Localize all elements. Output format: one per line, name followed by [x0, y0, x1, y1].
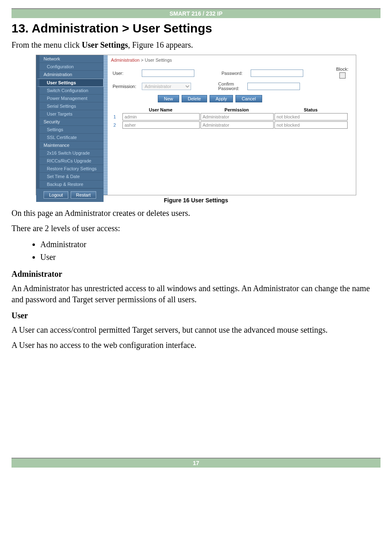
sidebar: NetworkConfigurationAdministrationUser S…: [36, 55, 104, 195]
sidebar-item-settings[interactable]: Settings: [36, 126, 104, 134]
permission-select[interactable]: Administrator: [142, 83, 191, 90]
intro-paragraph: From the menu click User Settings, Figur…: [12, 39, 380, 51]
password-label: Password:: [221, 71, 248, 76]
section-title: 13. Administration > User Settings: [12, 21, 380, 35]
breadcrumb: Administration > User Settings: [104, 55, 356, 67]
confirm-password-input[interactable]: [247, 83, 300, 90]
block-checkbox[interactable]: [339, 72, 346, 79]
apply-button[interactable]: Apply: [210, 95, 233, 102]
sidebar-item-security[interactable]: Security: [36, 118, 104, 126]
restart-button[interactable]: Restart: [71, 191, 96, 199]
sidebar-item-network[interactable]: Network: [36, 55, 104, 63]
cell-username: asher: [122, 121, 200, 129]
delete-button[interactable]: Delete: [182, 95, 207, 102]
para-after-figure: On this page an Administrator creates or…: [12, 208, 380, 219]
cell-permission: Administrator: [201, 121, 274, 129]
user-table: User Name Permission Status 1adminAdmini…: [111, 107, 348, 129]
col-header-username: User Name: [122, 107, 200, 112]
logout-button[interactable]: Logout: [44, 191, 68, 199]
level-item: Administrator: [40, 238, 380, 251]
intro-prefix: From the menu click: [12, 40, 82, 49]
sidebar-item-backup-restore[interactable]: Backup & Restore: [36, 181, 104, 188]
levels-list: Administrator User: [12, 238, 380, 264]
col-header-status: Status: [274, 107, 348, 112]
sidebar-item-set-time-date[interactable]: Set Time & Date: [36, 173, 104, 181]
para-levels: There are 2 levels of user access:: [12, 223, 380, 234]
figure-16: NetworkConfigurationAdministrationUser S…: [36, 55, 356, 204]
row-index: 2: [111, 123, 122, 127]
divider-stripe: [104, 55, 108, 195]
sidebar-item-serial-settings[interactable]: Serial Settings: [36, 102, 104, 110]
admin-heading: Administrator: [12, 269, 380, 279]
sidebar-item-user-settings[interactable]: User Settings: [36, 79, 104, 87]
sidebar-item-2x16-switch-upgrade[interactable]: 2x16 Switch Upgrade: [36, 149, 104, 157]
sidebar-buttons: Logout Restart: [36, 188, 104, 202]
page-number-bar: 17: [12, 458, 380, 468]
password-input[interactable]: [251, 70, 303, 77]
level-item: User: [40, 251, 380, 264]
confirm-password-label: Confirm Password:: [218, 82, 245, 91]
breadcrumb-root: Administration: [111, 58, 140, 63]
app-window: NetworkConfigurationAdministrationUser S…: [36, 55, 356, 195]
user-label: User:: [113, 71, 139, 76]
cell-status: not blocked: [274, 121, 348, 129]
new-button[interactable]: New: [158, 95, 179, 102]
sidebar-item-power-management[interactable]: Power Management: [36, 95, 104, 102]
sidebar-item-configuration[interactable]: Configuration: [36, 63, 104, 71]
user-paragraph-2: A User has no access to the web configur…: [12, 340, 380, 351]
cell-status: not blocked: [274, 113, 348, 120]
table-row[interactable]: 2asherAdministratornot blocked: [111, 121, 348, 129]
sidebar-item-restore-factory-settings[interactable]: Restore Factory Settings: [36, 165, 104, 173]
cancel-button[interactable]: Cancel: [235, 95, 262, 102]
table-row[interactable]: 1adminAdministratornot blocked: [111, 113, 348, 120]
row-index: 1: [111, 114, 122, 119]
col-header-permission: Permission: [200, 107, 274, 112]
sidebar-item-maintenance[interactable]: Maintenance: [36, 141, 104, 149]
user-heading: User: [12, 311, 380, 320]
intro-suffix: , Figure 16 appears.: [128, 40, 193, 49]
sidebar-item-administration[interactable]: Administration: [36, 71, 104, 79]
user-paragraph-1: A User can access/control permitted Targ…: [12, 324, 380, 336]
cell-permission: Administrator: [201, 113, 274, 120]
permission-label: Permission:: [113, 84, 139, 89]
admin-paragraph: An Administrator has unrestricted access…: [12, 283, 380, 305]
sidebar-item-user-targets[interactable]: User Targets: [36, 110, 104, 118]
cell-username: admin: [122, 113, 200, 120]
intro-bold: User Settings: [82, 40, 128, 49]
breadcrumb-sep: >: [140, 58, 145, 63]
sidebar-item-switch-configuration[interactable]: Switch Configuration: [36, 87, 104, 95]
user-form: User: Password: Block: Permission: Admin…: [104, 67, 356, 102]
block-label: Block:: [336, 67, 348, 72]
user-input[interactable]: [142, 70, 194, 77]
sidebar-item-ssl-certificate[interactable]: SSL Certificate: [36, 134, 104, 141]
main-pane: Administration > User Settings User: Pas…: [104, 55, 356, 195]
button-row: New Delete Apply Cancel: [158, 95, 348, 102]
sidebar-item-riccs-rocs-upgrade[interactable]: RICCs/RoCs Upgrade: [36, 157, 104, 165]
header-bar: SMART 216 / 232 IP: [12, 8, 380, 18]
breadcrumb-page: User Settings: [145, 58, 172, 63]
